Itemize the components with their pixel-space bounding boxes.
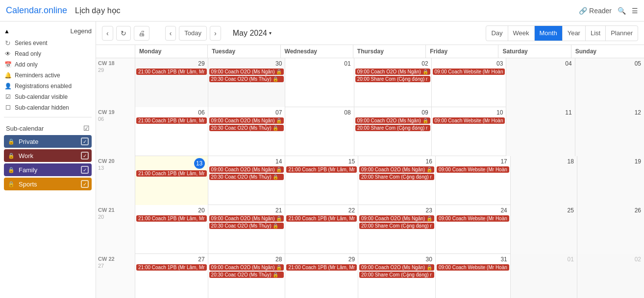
- day-may27[interactable]: 27 21:00 Coach 1PB (Mr Lâm, Mr: [135, 254, 208, 298]
- view-day-button[interactable]: Day: [486, 26, 508, 41]
- event-may09-1[interactable]: 09:00 Coach O2O (Ms Ngân) 🔒: [355, 117, 430, 124]
- event-may24-1[interactable]: 09:00 Coach Website (Mr Hoàn: [437, 215, 509, 222]
- day-may07[interactable]: 07 09:00 Coach O2O (Ms Ngân) 🔒 20:30 Coa…: [208, 107, 286, 156]
- subcal-item-sports[interactable]: 🔒 Sports ✓: [4, 178, 92, 190]
- event-may31-1[interactable]: 09:00 Coach Website (Mr Hoàn: [437, 264, 509, 271]
- day-may09[interactable]: 09 09:00 Coach O2O (Ms Ngân) 🔒 20:00 Sha…: [354, 107, 432, 156]
- day-may30[interactable]: 30 09:00 Coach O2O (Ms Ngân) 🔒 20:00 Sha…: [358, 254, 436, 298]
- event-apr29-1[interactable]: 21:00 Coach 1PB (Mr Lâm, Mr: [136, 69, 207, 75]
- day-apr29[interactable]: 29 21:00 Coach 1PB (Mr Lâm, Mr: [135, 58, 208, 107]
- day-may23[interactable]: 23 09:00 Coach O2O (Ms Ngân) 🔒 20:00 Sha…: [358, 205, 436, 254]
- day-may11[interactable]: 11: [506, 107, 575, 156]
- event-may30-1[interactable]: 09:00 Coach O2O (Ms Ngân) 🔒: [359, 264, 434, 271]
- event-may23-1[interactable]: 09:00 Coach O2O (Ms Ngân) 🔒: [359, 215, 434, 222]
- event-may28-1[interactable]: 09:00 Coach O2O (Ms Ngân) 🔒: [209, 264, 284, 271]
- subcal-item-work[interactable]: 🔒 Work ✓: [4, 149, 92, 162]
- legend-item-registrations[interactable]: 👤 Registrations enabled: [2, 81, 94, 92]
- day-may20[interactable]: 20 21:00 Coach 1PB (Mr Lâm, Mr: [135, 205, 208, 254]
- event-may10-1[interactable]: 09:00 Coach Website (Mr Hoàn: [433, 117, 505, 124]
- event-may13-1[interactable]: 21:00 Coach 1PB (Mr Lâm, Mr: [136, 170, 207, 177]
- day-may22[interactable]: 22 21:00 Coach 1PB (Mr Lâm, Mr: [285, 205, 358, 254]
- day-may06[interactable]: 06 21:00 Coach 1PB (Mr Lâm, Mr: [135, 107, 208, 156]
- day-may31[interactable]: 31 09:00 Coach Website (Mr Hoàn: [436, 254, 511, 298]
- day-may21[interactable]: 21 09:00 Coach O2O (Ms Ngân) 🔒 20:30 Coa…: [208, 205, 286, 254]
- day-may14[interactable]: 14 09:00 Coach O2O (Ms Ngân) 🔒 20:30 Coa…: [208, 156, 286, 205]
- prev-nav-button[interactable]: ‹: [102, 26, 113, 41]
- day-may13[interactable]: 13 21:00 Coach 1PB (Mr Lâm, Mr: [135, 156, 208, 205]
- view-year-button[interactable]: Year: [563, 26, 586, 41]
- event-may16-2[interactable]: 20:00 Share Com (Cộng đồng) r: [359, 174, 434, 180]
- subcal-family-check[interactable]: ✓: [81, 166, 89, 174]
- subcal-work-check[interactable]: ✓: [81, 152, 89, 160]
- event-may14-1[interactable]: 09:00 Coach O2O (Ms Ngân) 🔒: [209, 166, 284, 173]
- day-may16[interactable]: 16 09:00 Coach O2O (Ms Ngân) 🔒 20:00 Sha…: [358, 156, 436, 205]
- nav-prev-button[interactable]: ‹: [165, 26, 176, 41]
- event-may02-1[interactable]: 09:00 Coach O2O (Ms Ngân) 🔒: [355, 69, 430, 75]
- event-may22-1[interactable]: 21:00 Coach 1PB (Mr Lâm, Mr: [286, 215, 357, 222]
- day-may17[interactable]: 17 09:00 Coach Website (Mr Hoàn: [436, 156, 511, 205]
- event-may21-2[interactable]: 20:30 Coac O2O (Ms Thủy) 🔒: [209, 223, 284, 229]
- day-may29[interactable]: 29 21:00 Coach 1PB (Mr Lâm, Mr: [285, 254, 358, 298]
- day-may08[interactable]: 08: [285, 107, 354, 156]
- legend-item-readonly[interactable]: 👁 Read only: [2, 48, 94, 59]
- day-may10[interactable]: 10 09:00 Coach Website (Mr Hoàn: [432, 107, 507, 156]
- day-jun01[interactable]: 01: [511, 254, 577, 298]
- legend-item-subcal-hidden[interactable]: ☐ Sub-calendar hidden: [2, 102, 94, 113]
- print-button[interactable]: 🖨: [134, 26, 149, 41]
- event-may06-1[interactable]: 21:00 Coach 1PB (Mr Lâm, Mr: [136, 117, 207, 124]
- event-may09-2[interactable]: 20:00 Share Com (Cộng đồng) r: [355, 125, 430, 131]
- event-may02-2[interactable]: 20:00 Share Com (Cộng đồng) r: [355, 76, 430, 82]
- refresh-button[interactable]: ↻: [116, 26, 131, 41]
- day-may01[interactable]: 01: [285, 58, 354, 107]
- subcal-sports-check[interactable]: ✓: [81, 180, 89, 188]
- day-may18[interactable]: 18: [511, 156, 577, 205]
- legend-item-reminders[interactable]: 🔔 Reminders active: [2, 70, 94, 81]
- event-apr30-1[interactable]: 09:00 Coach O2O (Ms Ngân) 🔒: [209, 69, 284, 75]
- search-button[interactable]: 🔍: [618, 7, 626, 15]
- event-may21-1[interactable]: 09:00 Coach O2O (Ms Ngân) 🔒: [209, 215, 284, 222]
- event-may28-2[interactable]: 20:30 Coac O2O (Ms Thủy) 🔒: [209, 272, 284, 278]
- legend-item-series[interactable]: ↻ Series event: [2, 38, 94, 48]
- view-week-button[interactable]: Week: [508, 26, 535, 41]
- legend-item-addonly[interactable]: 📅 Add only: [2, 59, 94, 70]
- nav-next-button[interactable]: ›: [210, 26, 221, 41]
- day-may15[interactable]: 15 21:00 Coach 1PB (Mr Lâm, Mr: [285, 156, 358, 205]
- event-may16-1[interactable]: 09:00 Coach O2O (Ms Ngân) 🔒: [359, 166, 434, 173]
- day-may19[interactable]: 19: [577, 156, 644, 205]
- event-may07-1[interactable]: 09:00 Coach O2O (Ms Ngân) 🔒: [209, 117, 284, 124]
- reader-button[interactable]: 🔗 Reader: [579, 7, 612, 15]
- view-planner-button[interactable]: Planner: [606, 26, 638, 41]
- day-may24[interactable]: 24 09:00 Coach Website (Mr Hoàn: [436, 205, 511, 254]
- day-apr30[interactable]: 30 09:00 Coach O2O (Ms Ngân) 🔒 20:30 Coa…: [208, 58, 286, 107]
- today-button[interactable]: Today: [179, 26, 207, 41]
- event-may29-1[interactable]: 21:00 Coach 1PB (Mr Lâm, Mr: [286, 264, 357, 271]
- day-may03[interactable]: 03 09:00 Coach Website (Mr Hoàn: [432, 58, 507, 107]
- event-may23-2[interactable]: 20:00 Share Com (Cộng đồng) r: [359, 223, 434, 229]
- day-may02[interactable]: 02 09:00 Coach O2O (Ms Ngân) 🔒 20:00 Sha…: [354, 58, 432, 107]
- day-may05[interactable]: 05: [575, 58, 644, 107]
- event-may07-2[interactable]: 20:30 Coac O2O (Ms Thủy) 🔒: [209, 125, 284, 131]
- event-may15-1[interactable]: 21:00 Coach 1PB (Mr Lâm, Mr: [286, 166, 357, 173]
- event-may17-1[interactable]: 09:00 Coach Website (Mr Hoàn: [437, 166, 509, 173]
- day-may26[interactable]: 26: [577, 205, 644, 254]
- day-may25[interactable]: 25: [511, 205, 577, 254]
- subcal-item-private[interactable]: 🔒 Private ✓: [4, 135, 92, 148]
- view-month-button[interactable]: Month: [535, 26, 563, 41]
- event-may30-2[interactable]: 20:00 Share Com (Cộng đồng) r: [359, 272, 434, 278]
- day-jun02[interactable]: 02: [577, 254, 644, 298]
- event-apr30-2[interactable]: 20:30 Coac O2O (Ms Thủy) 🔒: [209, 76, 284, 82]
- day-may04[interactable]: 04: [506, 58, 575, 107]
- view-list-button[interactable]: List: [586, 26, 606, 41]
- legend-header[interactable]: ▲ Legend: [0, 25, 96, 37]
- event-may27-1[interactable]: 21:00 Coach 1PB (Mr Lâm, Mr: [136, 264, 207, 271]
- subcal-private-check[interactable]: ✓: [81, 138, 89, 145]
- event-may14-2[interactable]: 20:30 Coac O2O (Ms Thủy) 🔒: [209, 174, 284, 180]
- subcal-item-family[interactable]: 🔒 Family ✓: [4, 163, 92, 176]
- event-may03-1[interactable]: 09:00 Coach Website (Mr Hoàn: [433, 69, 505, 75]
- menu-button[interactable]: ☰: [632, 7, 638, 15]
- month-title[interactable]: May 2024 ▾: [233, 29, 272, 38]
- event-may20-1[interactable]: 21:00 Coach 1PB (Mr Lâm, Mr: [136, 215, 207, 222]
- day-may12[interactable]: 12: [575, 107, 644, 156]
- day-may28[interactable]: 28 09:00 Coach O2O (Ms Ngân) 🔒 20:30 Coa…: [208, 254, 286, 298]
- legend-item-subcal-visible[interactable]: ☑ Sub-calendar visible: [2, 92, 94, 102]
